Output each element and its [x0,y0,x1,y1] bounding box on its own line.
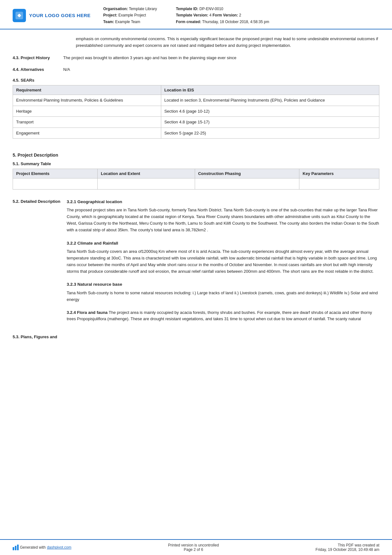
dashpivot-logo-icon [13,545,19,550]
summary-row1-col3 [195,178,299,190]
section-5-2-content: 3.2.1 Geographical location The proposed… [67,198,379,329]
section-5-3: 5.3. Plans, Figures and [13,334,379,339]
table-row: HeritageSection 4.6 (page 10-12) [13,106,379,117]
sub-text-3-2-1: The proposed project sites are in Tana N… [67,207,379,233]
section-5-2: 5.2. Detailed Description 3.2.1 Geograph… [13,198,379,329]
form-version-value: 2 [239,13,241,17]
subsection-3-2-4: 3.2.4 Flora and fauna The project area i… [67,309,379,323]
section-4-5-label: 4.5. SEARs [13,78,379,83]
table-row: Environmental Planning Instruments, Poli… [13,95,379,106]
team-value: Example Team [115,20,140,24]
section-4-4: 4.4. Alternatives N/A [13,66,379,73]
sears-requirement: Heritage [13,106,161,117]
section-4-3-content: The project was brought to attention 3 y… [63,55,379,61]
sears-location: Located in section 3, Environmental Plan… [161,95,379,106]
sears-location: Section 4.8 (page 15-17) [161,117,379,128]
table-row: TransportSection 4.8 (page 15-17) [13,117,379,128]
template-version-value: 4 [209,13,211,17]
section-4-3-label: 4.3. Project History [13,55,63,61]
bar-1 [13,547,14,550]
section-4-5: 4.5. SEARs Requirement Location in EIS E… [13,78,379,147]
sub-text-3-2-4: 3.2.4 Flora and fauna The project area i… [67,309,379,323]
generated-with-text: Generated with [20,545,46,550]
sears-table-container: Requirement Location in EIS Environmenta… [13,85,379,143]
template-id-value: DP-ENV-0010 [199,7,223,11]
sub-text-3-2-2: Tana North Sub-county covers an area of1… [67,248,379,275]
org-label: Organisation: [103,7,128,11]
project-value: Example Project [119,13,146,17]
header-meta: Organisation: Template Library Project: … [91,6,379,25]
page-info: Page 2 of 6 [184,547,203,552]
logo-text: YOUR LOGO GOES HERE [29,13,91,18]
sub-text-3-2-3: Tana North Sub-county is home to some na… [67,290,379,303]
header-meta-left: Organisation: Template Library Project: … [103,6,157,25]
summary-row1-col4 [299,178,379,190]
section-5-label: 5. Project Description [13,153,379,158]
sears-requirement: Environmental Planning Instruments, Poli… [13,95,161,106]
section-4-4-label: 4.4. Alternatives [13,66,63,73]
section-5-3-label: 5.3. Plans, Figures and [13,334,64,339]
sub-heading-3-2-1: 3.2.1 Geographical location [67,198,379,205]
footer-logo: Generated with dashpivot.com [13,545,71,550]
sears-location: Section 4.6 (page 10-12) [161,106,379,117]
header: YOUR LOGO GOES HERE Organisation: Templa… [0,0,392,29]
header-meta-right: Template ID: DP-ENV-0010 Template Versio… [176,6,269,25]
uncontrolled-text: Printed version is uncontrolled [168,543,219,547]
footer-left: Generated with dashpivot.com [13,545,71,550]
summary-table: Project Elements Location and Extent Con… [13,169,379,190]
summary-row1-col2 [97,178,195,190]
bar-3 [17,545,19,550]
summary-col2: Location and Extent [97,169,195,178]
page: YOUR LOGO GOES HERE Organisation: Templa… [0,0,392,555]
svg-point-1 [18,14,21,17]
sub-heading-3-2-3: 3.2.3 Natural resource base [67,281,379,288]
template-version-label: Template Version: [176,13,208,17]
logo-icon [13,9,26,22]
pdf-date: Friday, 19 October 2018, 10:49:48 am [315,547,379,552]
sears-requirement: Engagement [13,128,161,139]
project-label: Project: [103,13,118,17]
sears-requirement: Transport [13,117,161,128]
footer-center: Printed version is uncontrolled Page 2 o… [168,543,219,552]
section-4-3: 4.3. Project History The project was bro… [13,55,379,61]
sears-table: Requirement Location in EIS Environmenta… [13,85,379,139]
section-5-1-label: 5.1. Summary Table [13,161,379,166]
bar-2 [15,546,16,550]
pdf-created-text: This PDF was created at [338,543,379,547]
section-5-heading: 5. Project Description [13,153,379,159]
subsection-3-2-2: 3.2.2 Climate and Rainfall Tana North Su… [67,240,379,275]
dashpivot-link[interactable]: dashpivot.com [47,545,71,550]
subsection-3-2-1: 3.2.1 Geographical location The proposed… [67,198,379,234]
footer: Generated with dashpivot.com Printed ver… [0,539,392,555]
sub-heading-3-2-2: 3.2.2 Climate and Rainfall [67,240,379,247]
sub-heading-3-2-4: 3.2.4 Flora and fauna [67,310,107,315]
summary-col3: Construction Phasing [195,169,299,178]
section-4-4-content: N/A [63,66,379,73]
section-5-2-label: 5.2. Detailed Description [13,198,67,329]
form-version-label: Form Version: [212,13,238,17]
summary-col4: Key Parameters [299,169,379,178]
section-5-3-content [64,334,379,339]
sears-col1-header: Requirement [13,85,161,95]
intro-text: emphasis on community environmental conc… [76,36,379,49]
team-label: Team: [103,20,114,24]
form-created-label: Form created: [176,20,201,24]
summary-col1: Project Elements [13,169,98,178]
main-content: emphasis on community environmental conc… [0,29,392,539]
sears-col2-header: Location in EIS [161,85,379,95]
sears-location: Section 5 (page 22-25) [161,128,379,139]
form-created-value: Thursday, 18 October 2018, 4:58:35 pm [202,20,269,24]
subsection-3-2-3: 3.2.3 Natural resource base Tana North S… [67,281,379,303]
sub-text-3-2-4-body: The project area is mainly occupied by a… [67,310,372,321]
table-row: EngagementSection 5 (page 22-25) [13,128,379,139]
summary-row1-col1 [13,178,98,190]
template-id-label: Template ID: [176,7,198,11]
org-value: Template Library [129,7,157,11]
footer-right: This PDF was created at Friday, 19 Octob… [315,543,379,552]
logo-box: YOUR LOGO GOES HERE [13,9,91,22]
section-5-1: 5.1. Summary Table Project Elements Loca… [13,161,379,194]
